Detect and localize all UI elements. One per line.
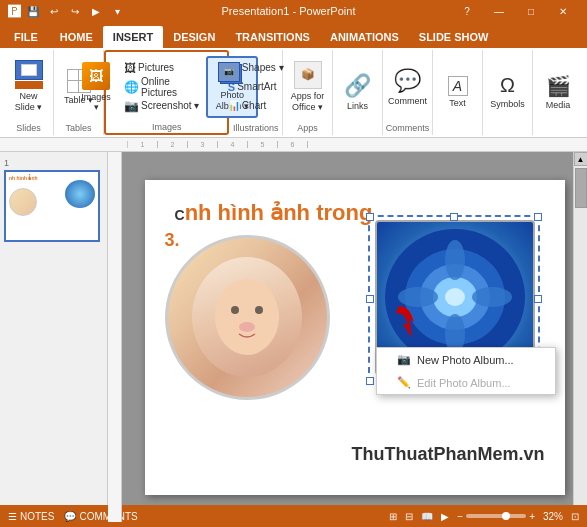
save-quick-btn[interactable]: 💾 [24,2,42,20]
scroll-thumb[interactable] [575,168,587,208]
text-label: Text [449,98,466,108]
baby-image [165,235,330,400]
media-group-content: 🎬 Media [537,52,579,131]
scroll-up-btn[interactable]: ▲ [574,152,588,166]
tab-file[interactable]: FILE [4,26,48,48]
handle-tl[interactable] [366,213,374,221]
handle-tr[interactable] [534,213,542,221]
handle-mr[interactable] [534,295,542,303]
media-label: Media [546,100,571,110]
photo-album-icon: 📷 [218,62,246,88]
present-quick-btn[interactable]: ▶ [87,2,105,20]
slide-subtitle: 3. [165,230,180,251]
shapes-label: Shapes ▾ [242,62,284,73]
tab-slideshow[interactable]: SLIDE SHOW [409,26,499,48]
comments-ribbon-group-label: Comments [386,121,430,133]
content-area: Cnh hình ảnh trong 3. [108,152,587,522]
chart-icon: 📊 [228,100,240,111]
zoom-thumb[interactable] [502,512,510,520]
zoom-percent[interactable]: 32% [543,511,563,522]
apps-office-icon: 📦 [294,61,322,89]
new-photo-album-label: New Photo Album... [417,354,514,366]
view-reading-btn[interactable]: 📖 [421,511,433,522]
apps-group-content: 📦 Apps forOffice ▾ [287,52,329,121]
ribbon-group-apps: 📦 Apps forOffice ▾ Apps [283,50,333,135]
notes-icon: ☰ [8,511,17,522]
brand-text: ThuThuatPhanMem.vn [351,444,544,465]
brand-suffix: .vn [518,444,544,464]
fit-page-icon: ⊡ [571,511,579,522]
ruler-horizontal: 1 2 3 4 5 6 [0,138,587,152]
zoom-slider[interactable] [466,514,526,518]
handle-tc[interactable] [450,213,458,221]
ribbon-group-links: 🔗 Links [333,50,383,135]
quick-access-toolbar: 🅿 💾 ↩ ↪ ▶ ▾ [8,2,126,20]
handle-bl[interactable] [366,377,374,385]
main-area: 1 nh hình ảnh Cnh hình ảnh trong 3. [0,152,587,522]
notes-label: NOTES [20,511,54,522]
view-present-btn[interactable]: ▶ [441,511,449,522]
apps-office-button[interactable]: 📦 Apps forOffice ▾ [287,57,329,117]
zoom-in-icon[interactable]: + [529,511,535,522]
chart-button[interactable]: 📊 Chart [223,97,289,115]
images-label: Images ▾ [78,92,114,112]
maximize-btn[interactable]: □ [515,0,547,22]
media-icon: 🎬 [546,74,571,98]
comments-btn[interactable]: 💬 COMMENTS [64,511,137,522]
zoom-controls[interactable]: − + [457,511,535,522]
comment-icon: 💬 [394,68,421,94]
handle-ml[interactable] [366,295,374,303]
images-group-label: Images [152,120,182,132]
new-slide-button[interactable]: NewSlide ▾ [8,57,50,117]
zoom-out-icon[interactable]: − [457,511,463,522]
title-bar: 🅿 💾 ↩ ↪ ▶ ▾ Presentation1 - PowerPoint ?… [0,0,587,22]
media-button[interactable]: 🎬 Media [537,62,579,122]
vertical-scrollbar: ▲ ▼ [573,152,587,522]
edit-photo-album-item: ✏️ Edit Photo Album... [377,371,555,394]
comment-label: Comment [388,96,427,106]
slide-thumbnail[interactable]: nh hình ảnh [4,170,100,242]
slide-canvas[interactable]: Cnh hình ảnh trong 3. [145,180,565,495]
window-title: Presentation1 - PowerPoint [126,5,451,17]
slide-panel: 1 nh hình ảnh [0,152,108,522]
symbols-group-content: Ω Symbols [487,52,529,131]
tab-animations[interactable]: ANIMATIONS [320,26,409,48]
tab-transitions[interactable]: TRANSITIONS [225,26,320,48]
slides-group-content: NewSlide ▾ [8,52,50,121]
pictures-button[interactable]: 🖼 Pictures [119,59,204,77]
ribbon-body: NewSlide ▾ Slides Table ▾ Tables 🖼 Image… [0,48,587,138]
slides-group-label: Slides [16,121,41,133]
new-slide-label: NewSlide ▾ [15,91,43,113]
tab-insert[interactable]: INSERT [103,26,163,48]
view-normal-btn[interactable]: ⊞ [389,511,397,522]
links-button[interactable]: 🔗 Links [337,62,379,122]
online-pictures-icon: 🌐 [124,80,139,94]
svg-point-4 [227,284,267,300]
title-bar-left: 🅿 💾 ↩ ↪ ▶ ▾ [8,2,126,20]
customize-quick-btn[interactable]: ▾ [108,2,126,20]
comment-button[interactable]: 💬 Comment [387,57,429,117]
notes-btn[interactable]: ☰ NOTES [8,511,54,522]
baby-face [192,257,302,377]
tab-design[interactable]: DESIGN [163,26,225,48]
ribbon-group-slides: NewSlide ▾ Slides [4,50,54,135]
baby-svg [207,272,287,362]
text-button[interactable]: A Text [437,62,479,122]
close-btn[interactable]: ✕ [547,0,579,22]
view-sorter-btn[interactable]: ⊟ [405,511,413,522]
fit-page-btn[interactable]: ⊡ [571,511,579,522]
images-button[interactable]: 🖼 Images ▾ [75,57,117,117]
undo-quick-btn[interactable]: ↩ [45,2,63,20]
help-btn[interactable]: ? [451,0,483,22]
view-present-icon: ▶ [441,511,449,522]
online-pictures-button[interactable]: 🌐 OnlinePictures [119,78,204,96]
symbols-button[interactable]: Ω Symbols [487,62,529,122]
ribbon-tabs: FILE HOME INSERT DESIGN TRANSITIONS ANIM… [0,22,587,48]
redo-quick-btn[interactable]: ↪ [66,2,84,20]
tables-group-label: Tables [65,121,91,133]
view-normal-icon: ⊞ [389,511,397,522]
tab-home[interactable]: HOME [50,26,103,48]
screenshot-button[interactable]: 📷 Screenshot ▾ [119,97,204,115]
new-photo-album-item[interactable]: 📷 New Photo Album... [377,348,555,371]
minimize-btn[interactable]: — [483,0,515,22]
